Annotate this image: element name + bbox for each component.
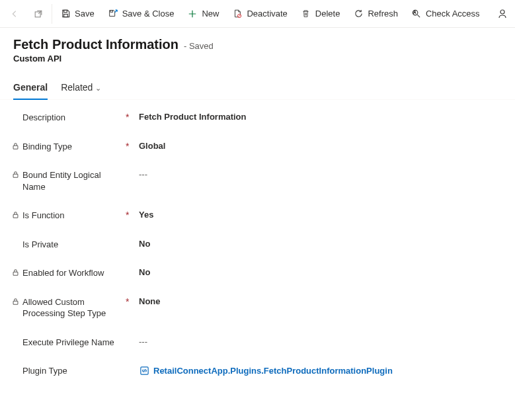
save-icon [60, 9, 71, 19]
field-label: Allowed Custom Processing Step Type [22, 296, 126, 319]
field-label: Is Function [22, 210, 65, 222]
svg-rect-3 [110, 11, 113, 13]
tab-bar: General Related⌄ [0, 78, 515, 100]
field-label: Plugin Type [22, 365, 67, 377]
tab-related[interactable]: Related⌄ [61, 78, 101, 99]
check-access-label: Check Access [426, 9, 480, 19]
person-icon [498, 9, 508, 19]
svg-rect-2 [63, 14, 67, 17]
svg-rect-8 [13, 146, 18, 149]
svg-point-6 [414, 11, 415, 13]
deactivate-button[interactable]: Deactivate [225, 0, 294, 28]
command-bar: Save Save & Close New Deactivate Delete … [0, 0, 515, 28]
required-marker: * [126, 141, 139, 151]
save-close-icon [108, 9, 118, 19]
check-access-button[interactable]: Check Access [405, 0, 487, 28]
field-label: Is Private [22, 239, 58, 251]
lock-icon [11, 269, 20, 276]
required-marker: * [126, 210, 139, 220]
svg-point-7 [500, 10, 504, 14]
lock-icon [11, 171, 20, 179]
back-arrow-icon [10, 9, 19, 19]
field-description: Description * Fetch Product Information [13, 112, 502, 124]
required-marker: * [126, 112, 139, 122]
open-new-window-button[interactable] [26, 0, 50, 28]
record-title: Fetch Product Information [13, 37, 178, 52]
delete-button[interactable]: Delete [294, 0, 347, 28]
entity-icon [139, 365, 149, 376]
field-label: Enabled for Workflow [22, 267, 104, 279]
field-value: Yes [139, 210, 502, 220]
svg-rect-11 [13, 272, 18, 275]
deactivate-icon [232, 9, 243, 19]
field-label: Execute Privilege Name [22, 337, 114, 349]
save-close-button[interactable]: Save & Close [101, 0, 181, 28]
field-value-link[interactable]: RetailConnectApp.Plugins.FetchProductInf… [139, 365, 502, 376]
field-is-function: Is Function * Yes [13, 210, 502, 222]
refresh-button[interactable]: Refresh [346, 0, 405, 28]
assign-button[interactable] [494, 9, 512, 19]
entity-type-label: Custom API [13, 54, 502, 63]
tab-general[interactable]: General [13, 78, 48, 99]
field-value: No [139, 267, 502, 277]
tab-general-label: General [13, 82, 48, 93]
new-button[interactable]: New [180, 0, 225, 28]
field-value[interactable]: No [139, 239, 502, 249]
form-body: Description * Fetch Product Information … [0, 100, 515, 396]
svg-rect-10 [13, 214, 18, 218]
deactivate-label: Deactivate [247, 9, 287, 19]
plugin-type-name: RetailConnectApp.Plugins.FetchProductInf… [153, 366, 393, 376]
field-allowed-step: Allowed Custom Processing Step Type * No… [13, 296, 502, 319]
lock-icon [11, 142, 20, 150]
tab-related-label: Related [61, 82, 93, 93]
record-status: - Saved [184, 41, 214, 51]
field-enabled-workflow: Enabled for Workflow No [13, 267, 502, 279]
svg-rect-9 [13, 174, 18, 177]
check-access-icon [411, 9, 422, 19]
field-value: None [139, 296, 502, 306]
field-bound-entity: Bound Entity Logical Name --- [13, 169, 502, 192]
field-label: Description [22, 112, 65, 124]
field-value[interactable]: --- [139, 337, 502, 347]
refresh-label: Refresh [368, 9, 398, 19]
required-marker: * [126, 296, 139, 306]
lock-icon [11, 211, 20, 219]
chevron-down-icon: ⌄ [95, 84, 101, 92]
field-label: Binding Type [22, 141, 72, 153]
field-binding-type: Binding Type * Global [13, 141, 502, 153]
back-button[interactable] [3, 0, 26, 28]
save-button[interactable]: Save [54, 0, 101, 28]
field-is-private: Is Private No [13, 239, 502, 251]
command-separator [52, 4, 52, 24]
svg-rect-12 [13, 301, 18, 304]
plus-icon [187, 9, 198, 19]
svg-rect-1 [63, 10, 67, 12]
delete-label: Delete [315, 9, 340, 19]
new-label: New [202, 9, 219, 19]
field-label: Bound Entity Logical Name [22, 169, 126, 192]
field-value: Global [139, 141, 502, 151]
field-plugin-type: Plugin Type RetailConnectApp.Plugins.Fet… [13, 365, 502, 377]
save-close-label: Save & Close [122, 9, 175, 19]
trash-icon [301, 9, 311, 19]
save-label: Save [75, 9, 95, 19]
field-value: --- [139, 169, 502, 179]
field-value[interactable]: Fetch Product Information [139, 112, 502, 122]
field-exec-priv: Execute Privilege Name --- [13, 337, 502, 349]
record-header: Fetch Product Information - Saved Custom… [0, 28, 515, 67]
lock-icon [11, 298, 20, 306]
open-new-window-icon [34, 9, 43, 19]
refresh-icon [353, 9, 364, 19]
